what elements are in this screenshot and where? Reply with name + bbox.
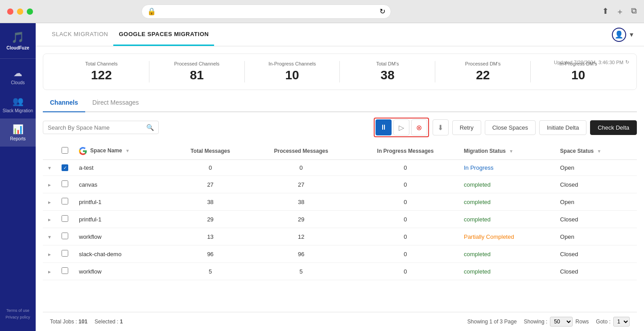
sidebar-item-reports[interactable]: 📊 Reports [0, 119, 36, 147]
in-progress-messages-cell: 0 [352, 245, 458, 263]
stat-processed-dms: Processed DM's 22 [435, 61, 530, 82]
header-user: 👤 ▾ [612, 28, 633, 42]
refresh-stats-icon[interactable]: ↻ [625, 59, 629, 65]
download-button[interactable]: ⬇ [433, 119, 449, 135]
expand-icon[interactable]: ▾ [48, 234, 51, 240]
retry-button[interactable]: Retry [452, 120, 481, 135]
total-messages-cell: 27 [171, 176, 250, 193]
sidebar-logo: 🎵 CloudFuze [0, 23, 36, 59]
table-row: ▸ workflow 5 5 0 completed Closed [43, 263, 637, 280]
browser-actions: ⬆ ＋ ⧉ [602, 6, 637, 17]
row-checkbox[interactable] [62, 250, 68, 257]
checkbox-cell [56, 211, 74, 228]
stat-total-channels-label: Total Channels [54, 61, 149, 66]
space-name-cell: workflow [74, 228, 171, 245]
tab-channels[interactable]: Channels [43, 94, 85, 112]
space-status-cell: Open [555, 228, 637, 245]
logo-label: CloudFuze [6, 45, 29, 50]
tab-direct-messages[interactable]: Direct Messages [85, 94, 146, 112]
row-checkbox[interactable] [62, 180, 68, 187]
checkbox-col-header [56, 143, 74, 160]
processed-messages-cell: 5 [250, 263, 352, 280]
play-button[interactable]: ▷ [393, 119, 409, 135]
refresh-icon[interactable]: ↻ [380, 7, 385, 16]
row-checkbox[interactable] [62, 233, 68, 239]
sidebar: 🎵 CloudFuze ☁ Clouds 👥 Slack Migration 📊… [0, 23, 36, 331]
share-icon[interactable]: ⬆ [602, 6, 609, 17]
rows-label: Rows [575, 319, 589, 325]
selected-value: 1 [120, 319, 123, 325]
sidebar-item-clouds[interactable]: ☁ Clouds [0, 62, 36, 90]
expand-icon[interactable]: ▸ [48, 217, 51, 223]
in-progress-messages-cell: 0 [352, 160, 458, 176]
total-jobs-value: 101 [78, 319, 87, 325]
expand-icon[interactable]: ▸ [48, 269, 51, 275]
row-checkbox[interactable] [62, 267, 68, 274]
rows-per-page-select[interactable]: 50 100 150 [550, 317, 573, 327]
row-checkbox[interactable] [62, 215, 68, 222]
google-spaces-icon [79, 147, 87, 155]
processed-messages-col-header: Processed Messages [250, 143, 352, 160]
expand-cell: ▾ [43, 160, 56, 176]
browser-chrome: 🔒 ↻ ⬆ ＋ ⧉ [0, 0, 644, 23]
minimize-traffic-light[interactable] [17, 8, 23, 15]
user-dropdown-icon[interactable]: ▾ [630, 30, 633, 39]
content-tabs: Channels Direct Messages [43, 94, 637, 112]
expand-col-header [43, 143, 56, 160]
table-row: ▸ canvas 27 27 0 completed Closed [43, 176, 637, 193]
close-spaces-button[interactable]: Close Spaces [485, 120, 536, 135]
space-name-sort-icon[interactable]: ▼ [125, 148, 130, 153]
sidebar-footer: Terms of use Privacy policy [4, 304, 32, 324]
expand-icon[interactable]: ▸ [48, 182, 51, 188]
total-messages-cell: 5 [171, 263, 250, 280]
space-status-sort-icon[interactable]: ▼ [597, 149, 602, 154]
checkbox-cell [56, 228, 74, 245]
sidebar-item-slack-migration[interactable]: 👥 Slack Migration [0, 90, 36, 119]
space-name-header-label: Space Name ▼ [79, 147, 130, 154]
tab-slack-migration[interactable]: SLACK MIGRATION [46, 24, 113, 46]
search-input[interactable] [48, 124, 143, 131]
migration-status-cell: completed [458, 245, 555, 263]
migration-status-cell: Partially Completed [458, 228, 555, 245]
maximize-traffic-light[interactable] [27, 8, 33, 15]
stop-button[interactable]: ⊗ [411, 119, 427, 135]
address-bar[interactable]: 🔒 ↻ [141, 4, 391, 19]
select-all-checkbox[interactable] [62, 147, 68, 154]
in-progress-messages-cell: 0 [352, 193, 458, 211]
close-traffic-light[interactable] [7, 8, 13, 15]
new-tab-icon[interactable]: ＋ [616, 6, 624, 17]
table-row: ▸ printful-1 38 38 0 completed Open [43, 193, 637, 211]
selected-text: Selected : 1 [95, 319, 123, 325]
terms-of-use-link[interactable]: Terms of use [5, 307, 30, 314]
stat-total-dms-value: 38 [340, 68, 435, 82]
user-avatar[interactable]: 👤 [612, 28, 626, 42]
row-checkbox[interactable] [62, 198, 68, 204]
goto-page-select[interactable]: 1 2 3 [613, 317, 630, 327]
check-delta-button[interactable]: Check Delta [590, 120, 637, 135]
table-row: ▾ ✓ a-test 0 0 0 In Progress Open [43, 160, 637, 176]
search-box[interactable]: 🔍 [43, 121, 159, 134]
checked-checkbox[interactable]: ✓ [62, 164, 68, 171]
stat-processed-dms-value: 22 [435, 68, 530, 82]
traffic-lights [7, 8, 33, 15]
initiate-delta-button[interactable]: Initiate Delta [539, 120, 586, 135]
space-name-col-header: Space Name ▼ [74, 143, 171, 160]
pause-button[interactable]: ⏸ [376, 119, 392, 135]
stats-bar: Updated 7/29/2024, 3:46:30 PM ↻ Total Ch… [43, 53, 637, 90]
expand-icon[interactable]: ▾ [48, 165, 51, 171]
expand-icon[interactable]: ▸ [48, 199, 51, 205]
expand-icon[interactable]: ▸ [48, 251, 51, 257]
tabs-icon[interactable]: ⧉ [631, 6, 637, 17]
space-name-cell: workflow [74, 263, 171, 280]
migration-status-sort-icon[interactable]: ▼ [509, 149, 513, 154]
stat-total-channels-value: 122 [54, 68, 149, 82]
total-messages-cell: 96 [171, 245, 250, 263]
selected-label: Selected : [95, 319, 118, 325]
action-group-highlighted: ⏸ ▷ ⊗ [374, 118, 429, 137]
stat-inprogress-channels-label: In-Progress Channels [245, 61, 340, 66]
space-status-cell: Closed [555, 211, 637, 228]
tab-google-spaces-migration[interactable]: GOOGLE SPACES MIGRATION [113, 24, 214, 46]
stat-processed-channels-label: Processed Channels [149, 61, 244, 66]
privacy-policy-link[interactable]: Privacy policy [5, 314, 30, 320]
sidebar-item-slack-label: Slack Migration [3, 108, 33, 113]
